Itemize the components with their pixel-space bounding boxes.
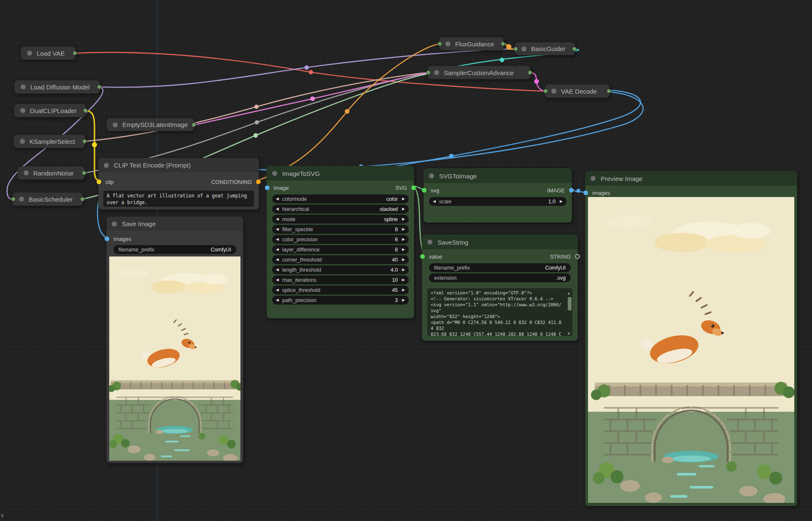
node-header[interactable]: Save Image bbox=[107, 217, 243, 231]
widget-hierarchical[interactable]: ◀ hierarchical stacked ▶ bbox=[272, 205, 409, 213]
widget-corner-threshold[interactable]: ◀ corner_threshold 40 ▶ bbox=[272, 255, 409, 264]
node-basic-guider[interactable]: BasicGuider bbox=[515, 42, 575, 55]
widget-path-precision[interactable]: ◀ path_precision 3 ▶ bbox=[272, 296, 409, 305]
increment-icon[interactable]: ▶ bbox=[402, 288, 405, 292]
increment-icon[interactable]: ▶ bbox=[402, 227, 405, 231]
input-port[interactable] bbox=[426, 70, 431, 75]
node-load-vae[interactable]: Load VAE bbox=[21, 46, 76, 60]
increment-icon[interactable]: ▶ bbox=[402, 207, 405, 211]
decrement-icon[interactable]: ◀ bbox=[276, 227, 279, 231]
collapse-dot-icon[interactable] bbox=[19, 197, 24, 202]
node-flux-guidance[interactable]: FluxGuidance bbox=[439, 37, 504, 51]
output-port[interactable] bbox=[83, 108, 88, 113]
widget-max-iterations[interactable]: ◀ max_iterations 10 ▶ bbox=[272, 275, 409, 284]
increment-icon[interactable]: ▶ bbox=[402, 298, 405, 302]
output-port[interactable] bbox=[80, 197, 85, 202]
increment-icon[interactable]: ▶ bbox=[560, 200, 563, 203]
increment-icon[interactable]: ▶ bbox=[402, 238, 405, 241]
images-input-port[interactable] bbox=[583, 191, 588, 195]
collapse-dot-icon[interactable] bbox=[24, 170, 29, 175]
decrement-icon[interactable]: ◀ bbox=[276, 298, 279, 302]
output-port[interactable] bbox=[97, 85, 102, 89]
node-graph-canvas[interactable]: Load VAE Load Diffusion Model DualCLIPLo… bbox=[0, 0, 812, 521]
collapse-dot-icon[interactable] bbox=[27, 51, 32, 56]
node-save-image[interactable]: Save Image images filename_prefix ComfyU… bbox=[106, 216, 243, 463]
widget-extension[interactable]: extension .svg bbox=[429, 273, 571, 282]
collapse-dot-icon[interactable] bbox=[20, 108, 25, 113]
input-port[interactable] bbox=[543, 89, 548, 94]
output-port[interactable] bbox=[607, 89, 611, 94]
input-port[interactable] bbox=[11, 197, 16, 202]
widget-colormode[interactable]: ◀ colormode color ▶ bbox=[272, 194, 409, 203]
node-basic-scheduler[interactable]: BasicScheduler bbox=[13, 192, 83, 206]
widget-filename-prefix[interactable]: filename_prefix ComfyUI bbox=[113, 245, 236, 254]
node-header[interactable]: ImageToSVG bbox=[267, 166, 414, 181]
clip-input-port[interactable] bbox=[97, 180, 101, 184]
decrement-icon[interactable]: ◀ bbox=[276, 197, 279, 201]
image-output-port[interactable] bbox=[569, 188, 574, 193]
collapse-dot-icon[interactable] bbox=[112, 221, 117, 227]
decrement-icon[interactable]: ◀ bbox=[276, 238, 279, 241]
collapse-dot-icon[interactable] bbox=[113, 122, 118, 127]
output-port[interactable] bbox=[528, 70, 532, 75]
node-header[interactable]: Preview Image bbox=[585, 171, 797, 186]
node-header[interactable]: SVGToImage bbox=[424, 169, 572, 183]
node-header[interactable]: SaveString bbox=[422, 235, 577, 249]
increment-icon[interactable]: ▶ bbox=[402, 258, 405, 262]
node-empty-sd3-latent-image[interactable]: EmptySD3LatentImage bbox=[106, 118, 194, 131]
widget-layer-difference[interactable]: ◀ layer_difference 8 ▶ bbox=[272, 245, 409, 254]
node-random-noise[interactable]: RandomNoise bbox=[17, 166, 85, 180]
decrement-icon[interactable]: ◀ bbox=[276, 207, 279, 211]
collapse-dot-icon[interactable] bbox=[591, 176, 596, 181]
collapse-dot-icon[interactable] bbox=[434, 70, 439, 75]
node-save-string[interactable]: SaveString value STRING filename_prefix … bbox=[422, 235, 578, 341]
node-sampler-custom-advance[interactable]: SamplerCustomAdvance bbox=[428, 66, 531, 79]
prompt-textarea[interactable]: A flat vector art illustration of a goat… bbox=[103, 191, 254, 207]
node-header[interactable]: CLIP Text Encode (Prompt) bbox=[99, 158, 259, 172]
svg-input-port[interactable] bbox=[422, 188, 426, 193]
output-port[interactable] bbox=[501, 42, 505, 46]
svg-code-textarea[interactable]: <?xml version="1.0" encoding="UTF-8"?> <… bbox=[427, 288, 572, 336]
collapse-dot-icon[interactable] bbox=[20, 139, 25, 144]
widget-color-precision[interactable]: ◀ color_precision 6 ▶ bbox=[272, 235, 409, 244]
widget-scale[interactable]: ◀ scale 1.0 ▶ bbox=[429, 197, 567, 206]
collapse-dot-icon[interactable] bbox=[429, 173, 434, 178]
scroll-down-icon[interactable]: ▼ bbox=[567, 332, 806, 336]
scrollbar-thumb[interactable] bbox=[568, 297, 572, 310]
collapse-dot-icon[interactable] bbox=[427, 240, 432, 245]
decrement-icon[interactable]: ◀ bbox=[276, 217, 279, 221]
image-input-port[interactable] bbox=[265, 186, 270, 190]
decrement-icon[interactable]: ◀ bbox=[276, 258, 279, 262]
widget-length-threshold[interactable]: ◀ length_threshold 4.0 ▶ bbox=[272, 265, 409, 274]
node-ksampler-select[interactable]: KSamplerSelect bbox=[13, 135, 85, 148]
collapse-dot-icon[interactable] bbox=[104, 163, 109, 168]
output-port[interactable] bbox=[82, 139, 87, 144]
value-input-port[interactable] bbox=[420, 254, 425, 259]
node-vae-decode[interactable]: VAE Decode bbox=[545, 84, 610, 98]
node-load-diffusion-model[interactable]: Load Diffusion Model bbox=[14, 80, 100, 94]
decrement-icon[interactable]: ◀ bbox=[276, 288, 279, 292]
collapse-dot-icon[interactable] bbox=[21, 84, 26, 89]
node-preview-image[interactable]: Preview Image images bbox=[585, 171, 797, 506]
node-clip-text-encode[interactable]: CLIP Text Encode (Prompt) clip CONDITION… bbox=[98, 158, 259, 210]
decrement-icon[interactable]: ◀ bbox=[276, 268, 279, 272]
string-output-port[interactable] bbox=[575, 254, 580, 259]
collapse-dot-icon[interactable] bbox=[272, 171, 277, 176]
conditioning-output-port[interactable] bbox=[256, 180, 261, 184]
collapse-dot-icon[interactable] bbox=[445, 41, 451, 46]
increment-icon[interactable]: ▶ bbox=[402, 248, 405, 251]
svg-output-port[interactable] bbox=[411, 186, 416, 190]
output-port[interactable] bbox=[73, 51, 77, 56]
widget-mode[interactable]: ◀ mode spline ▶ bbox=[272, 215, 409, 224]
input-port[interactable] bbox=[437, 42, 442, 46]
node-dual-clip-loader[interactable]: DualCLIPLoader bbox=[14, 104, 86, 117]
node-image-to-svg[interactable]: ImageToSVG image SVG ◀ colormode color ▶… bbox=[267, 166, 414, 319]
images-input-port[interactable] bbox=[105, 237, 109, 241]
decrement-icon[interactable]: ◀ bbox=[276, 278, 279, 282]
input-port[interactable] bbox=[513, 46, 518, 51]
collapse-dot-icon[interactable] bbox=[551, 89, 556, 94]
output-port[interactable] bbox=[82, 171, 86, 175]
increment-icon[interactable]: ▶ bbox=[402, 278, 405, 282]
widget-splice-threshold[interactable]: ◀ splice_threshold 45 ▶ bbox=[272, 286, 409, 294]
output-port[interactable] bbox=[572, 46, 577, 51]
